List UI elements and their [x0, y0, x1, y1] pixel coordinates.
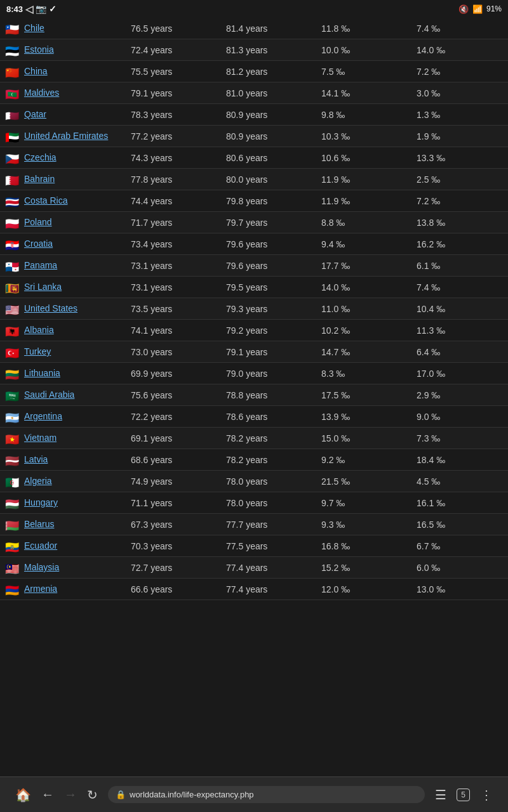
death-rate: 13.0 ‰ [413, 579, 508, 600]
country-link[interactable]: Albania [24, 325, 54, 335]
male-life-expectancy: 73.1 years [127, 255, 222, 277]
country-link[interactable]: Czechia [24, 152, 57, 162]
birth-rate: 9.4 ‰ [318, 233, 413, 255]
country-link[interactable]: Costa Rica [24, 195, 67, 206]
country-link[interactable]: United Arab Emirates [24, 131, 108, 141]
female-life-expectancy: 81.4 years [222, 18, 318, 39]
table-row: 🇦🇱 Albania 74.1 years79.2 years10.2 ‰11.… [0, 320, 508, 341]
death-rate: 1.9 ‰ [413, 126, 508, 147]
country-link[interactable]: Armenia [24, 584, 57, 594]
table-row: 🇦🇷 Argentina 72.2 years78.6 years13.9 ‰9… [0, 406, 508, 428]
table-row: 🇵🇱 Poland 71.7 years79.7 years8.8 ‰13.8 … [0, 212, 508, 233]
flag-icon: 🇻🇳 [5, 434, 19, 443]
page-content: 🇨🇱 Chile 76.5 years81.4 years11.8 ‰7.4 ‰… [0, 18, 508, 638]
death-rate: 6.7 ‰ [413, 535, 508, 557]
table-row: 🇩🇿 Algeria 74.9 years78.0 years21.5 ‰4.5… [0, 471, 508, 492]
country-cell: 🇪🇪 Estonia [0, 39, 127, 61]
time-display: 8:43 [6, 4, 23, 14]
table-row: 🇲🇻 Maldives 79.1 years81.0 years14.1 ‰3.… [0, 82, 508, 104]
country-cell: 🇸🇦 Saudi Arabia [0, 384, 127, 406]
table-row: 🇧🇭 Bahrain 77.8 years80.0 years11.9 ‰2.5… [0, 169, 508, 190]
flag-icon: 🇲🇾 [5, 563, 19, 573]
table-row: 🇨🇳 China 75.5 years81.2 years7.5 ‰7.2 ‰ [0, 61, 508, 82]
country-link[interactable]: Malaysia [24, 562, 59, 572]
male-life-expectancy: 71.7 years [127, 212, 222, 233]
female-life-expectancy: 80.9 years [222, 104, 318, 126]
table-row: 🇶🇦 Qatar 78.3 years80.9 years9.8 ‰1.3 ‰ [0, 104, 508, 126]
country-link[interactable]: Sri Lanka [24, 282, 62, 292]
table-row: 🇹🇷 Turkey 73.0 years79.1 years14.7 ‰6.4 … [0, 341, 508, 363]
flag-icon: 🇭🇷 [5, 240, 19, 249]
status-bar: 8:43 ◁ 📷 ✓ 🔇 📶 91% [0, 0, 508, 18]
table-row: 🇦🇲 Armenia 66.6 years77.4 years12.0 ‰13.… [0, 579, 508, 600]
country-link[interactable]: Chile [24, 23, 44, 33]
country-link[interactable]: Bahrain [24, 174, 55, 184]
country-link[interactable]: Hungary [24, 497, 58, 508]
female-life-expectancy: 79.3 years [222, 298, 318, 320]
country-cell: 🇦🇪 United Arab Emirates [0, 126, 127, 147]
male-life-expectancy: 74.3 years [127, 147, 222, 169]
male-life-expectancy: 73.0 years [127, 341, 222, 363]
life-expectancy-table: 🇨🇱 Chile 76.5 years81.4 years11.8 ‰7.4 ‰… [0, 18, 508, 600]
death-rate: 14.0 ‰ [413, 39, 508, 61]
country-cell: 🇱🇹 Lithuania [0, 363, 127, 384]
country-cell: 🇱🇰 Sri Lanka [0, 277, 127, 298]
flag-icon: 🇭🇺 [5, 499, 19, 508]
country-link[interactable]: China [24, 66, 48, 76]
female-life-expectancy: 77.4 years [222, 579, 318, 600]
country-cell: 🇨🇳 China [0, 61, 127, 82]
female-life-expectancy: 79.6 years [222, 233, 318, 255]
birth-rate: 11.9 ‰ [318, 169, 413, 190]
flag-icon: 🇨🇳 [5, 67, 19, 77]
country-link[interactable]: Vietnam [24, 433, 57, 443]
country-link[interactable]: Panama [24, 260, 57, 270]
country-link[interactable]: Algeria [24, 476, 52, 486]
country-cell: 🇧🇭 Bahrain [0, 169, 127, 190]
country-link[interactable]: Saudi Arabia [24, 390, 74, 400]
male-life-expectancy: 78.3 years [127, 104, 222, 126]
female-life-expectancy: 81.2 years [222, 61, 318, 82]
country-link[interactable]: Belarus [24, 519, 54, 529]
flag-icon: 🇦🇱 [5, 326, 19, 336]
death-rate: 6.1 ‰ [413, 255, 508, 277]
flag-icon: 🇧🇾 [5, 520, 19, 530]
flag-icon: 🇹🇷 [5, 348, 19, 357]
country-link[interactable]: Poland [24, 217, 52, 227]
birth-rate: 17.5 ‰ [318, 384, 413, 406]
death-rate: 2.9 ‰ [413, 384, 508, 406]
birth-rate: 9.7 ‰ [318, 492, 413, 514]
country-link[interactable]: Argentina [24, 411, 62, 421]
country-link[interactable]: Turkey [24, 346, 51, 357]
death-rate: 1.3 ‰ [413, 104, 508, 126]
country-link[interactable]: Latvia [24, 454, 48, 464]
country-cell: 🇦🇷 Argentina [0, 406, 127, 428]
country-link[interactable]: Croatia [24, 239, 53, 249]
birth-rate: 10.2 ‰ [318, 320, 413, 341]
female-life-expectancy: 80.6 years [222, 147, 318, 169]
flag-icon: 🇪🇪 [5, 46, 19, 55]
country-link[interactable]: United States [24, 303, 77, 313]
battery-display: 91% [486, 4, 502, 13]
table-row: 🇨🇱 Chile 76.5 years81.4 years11.8 ‰7.4 ‰ [0, 18, 508, 39]
birth-rate: 9.2 ‰ [318, 449, 413, 471]
male-life-expectancy: 72.7 years [127, 557, 222, 579]
country-cell: 🇵🇱 Poland [0, 212, 127, 233]
country-cell: 🇨🇱 Chile [0, 18, 127, 39]
country-link[interactable]: Qatar [24, 109, 46, 119]
female-life-expectancy: 78.8 years [222, 384, 318, 406]
country-link[interactable]: Estonia [24, 44, 54, 55]
flag-icon: 🇦🇪 [5, 132, 19, 141]
birth-rate: 8.3 ‰ [318, 363, 413, 384]
country-cell: 🇶🇦 Qatar [0, 104, 127, 126]
death-rate: 10.4 ‰ [413, 298, 508, 320]
female-life-expectancy: 79.5 years [222, 277, 318, 298]
birth-rate: 14.1 ‰ [318, 82, 413, 104]
table-row: 🇸🇦 Saudi Arabia 75.6 years78.8 years17.5… [0, 384, 508, 406]
birth-rate: 10.3 ‰ [318, 126, 413, 147]
country-link[interactable]: Ecuador [24, 540, 57, 551]
table-row: 🇭🇺 Hungary 71.1 years78.0 years9.7 ‰16.1… [0, 492, 508, 514]
male-life-expectancy: 77.2 years [127, 126, 222, 147]
country-cell: 🇲🇻 Maldives [0, 82, 127, 104]
country-link[interactable]: Maldives [24, 88, 59, 98]
country-link[interactable]: Lithuania [24, 368, 60, 378]
